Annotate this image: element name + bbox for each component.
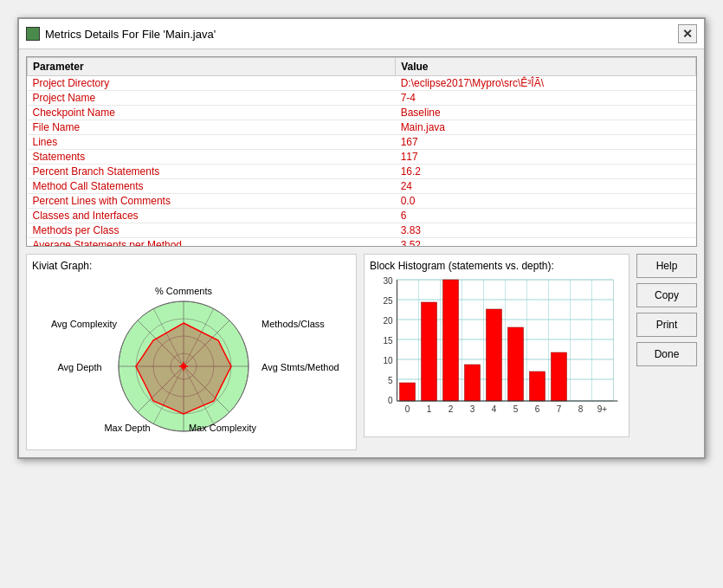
svg-text:Max Complexity: Max Complexity <box>189 423 257 433</box>
window-title: Metrics Details For File 'Main.java' <box>45 28 216 41</box>
table-row: Percent Branch Statements16.2 <box>28 165 696 179</box>
table-cell-param: Method Call Statements <box>28 179 396 194</box>
svg-text:8: 8 <box>578 404 584 414</box>
table-cell-value: D:\eclipse2017\Mypro\src\Ê³ÎÃ\ <box>396 76 696 91</box>
table-cell-value: 16.2 <box>396 165 696 179</box>
col-header-param: Parameter <box>28 58 396 76</box>
table-cell-param: Percent Branch Statements <box>28 165 396 179</box>
svg-text:7: 7 <box>557 404 562 414</box>
table-cell-value: 3.52 <box>396 238 696 248</box>
table-cell-param: File Name <box>28 120 396 135</box>
kiviat-svg: % Comments Methods/Class Avg Stmts/Metho… <box>32 275 351 444</box>
histogram-title: Block Histogram (statements vs. depth): <box>370 260 623 272</box>
svg-text:1: 1 <box>427 404 432 414</box>
svg-rect-50 <box>465 365 481 401</box>
table-cell-param: Project Name <box>28 91 396 106</box>
svg-text:0: 0 <box>388 396 393 405</box>
table-row: Percent Lines with Comments0.0 <box>28 194 696 209</box>
table-row: Statements117 <box>28 150 696 165</box>
svg-text:2: 2 <box>449 404 454 414</box>
table-cell-value: 167 <box>396 135 696 150</box>
metrics-table: Parameter Value Project DirectoryD:\ecli… <box>27 57 696 247</box>
svg-text:Avg Complexity: Avg Complexity <box>51 319 118 329</box>
table-row: Lines167 <box>28 135 696 150</box>
table-cell-param: Methods per Class <box>28 223 396 238</box>
table-row: Methods per Class3.83 <box>28 223 696 238</box>
table-cell-param: Classes and Interfaces <box>28 209 396 223</box>
svg-text:5: 5 <box>513 404 519 414</box>
svg-text:3: 3 <box>470 404 475 414</box>
table-row: Project DirectoryD:\eclipse2017\Mypro\sr… <box>28 76 696 91</box>
histogram-area: 0 5 10 15 20 25 30 <box>370 275 623 431</box>
kiviat-canvas: % Comments Methods/Class Avg Stmts/Metho… <box>32 275 351 444</box>
table-row: Checkpoint NameBaseline <box>28 106 696 120</box>
svg-text:4: 4 <box>492 404 497 414</box>
close-button[interactable]: ✕ <box>678 24 697 43</box>
copy-button[interactable]: Copy <box>636 283 697 307</box>
svg-text:30: 30 <box>383 276 393 286</box>
table-cell-value: 0.0 <box>396 194 696 209</box>
svg-rect-53 <box>530 372 545 401</box>
histogram-svg: 0 5 10 15 20 25 30 <box>370 275 623 427</box>
svg-text:10: 10 <box>383 356 393 365</box>
kiviat-section: Kiviat Graph: <box>26 254 357 450</box>
svg-text:15: 15 <box>383 336 393 346</box>
main-window: Metrics Details For File 'Main.java' ✕ P… <box>17 17 706 459</box>
svg-rect-48 <box>422 302 437 401</box>
table-cell-param: Project Directory <box>28 76 396 91</box>
svg-text:6: 6 <box>535 404 540 414</box>
svg-rect-51 <box>487 309 502 401</box>
svg-text:0: 0 <box>405 404 410 414</box>
buttons-section: Help Copy Print Done <box>636 254 697 366</box>
col-header-value: Value <box>396 58 696 76</box>
svg-text:Methods/Class: Methods/Class <box>261 319 325 329</box>
svg-rect-52 <box>508 327 524 401</box>
table-cell-value: 3.83 <box>396 223 696 238</box>
svg-rect-47 <box>400 383 416 401</box>
table-row: Classes and Interfaces6 <box>28 209 696 223</box>
svg-text:20: 20 <box>383 316 393 326</box>
table-cell-value: Baseline <box>396 106 696 120</box>
metrics-table-container[interactable]: Parameter Value Project DirectoryD:\ecli… <box>26 56 697 247</box>
svg-text:Avg Stmts/Method: Avg Stmts/Method <box>261 362 339 372</box>
svg-text:9+: 9+ <box>597 404 608 414</box>
app-icon <box>26 27 40 41</box>
title-bar-left: Metrics Details For File 'Main.java' <box>26 27 216 41</box>
content-area: Parameter Value Project DirectoryD:\ecli… <box>19 49 704 457</box>
svg-text:Avg Depth: Avg Depth <box>57 362 101 372</box>
svg-text:% Comments: % Comments <box>155 286 213 296</box>
title-bar: Metrics Details For File 'Main.java' ✕ <box>19 19 704 49</box>
svg-text:5: 5 <box>388 376 393 385</box>
table-cell-param: Lines <box>28 135 396 150</box>
svg-rect-54 <box>552 352 567 401</box>
svg-text:25: 25 <box>383 296 393 306</box>
table-row: Average Statements per Method3.52 <box>28 238 696 248</box>
table-row: Project Name7-4 <box>28 91 696 106</box>
table-row: File NameMain.java <box>28 120 696 135</box>
table-cell-param: Checkpoint Name <box>28 106 396 120</box>
table-cell-value: 24 <box>396 179 696 194</box>
table-cell-value: 7-4 <box>396 91 696 106</box>
table-cell-param: Percent Lines with Comments <box>28 194 396 209</box>
bottom-area: Kiviat Graph: <box>26 254 697 450</box>
help-button[interactable]: Help <box>636 254 697 278</box>
table-cell-param: Average Statements per Method <box>28 238 396 248</box>
histogram-section: Block Histogram (statements vs. depth): <box>364 254 629 437</box>
table-cell-value: Main.java <box>396 120 696 135</box>
table-cell-value: 6 <box>396 209 696 223</box>
done-button[interactable]: Done <box>636 342 697 366</box>
table-row: Method Call Statements24 <box>28 179 696 194</box>
svg-text:Max Depth: Max Depth <box>104 423 150 433</box>
print-button[interactable]: Print <box>636 313 697 337</box>
table-cell-param: Statements <box>28 150 396 165</box>
svg-rect-49 <box>443 280 459 401</box>
kiviat-title: Kiviat Graph: <box>32 260 351 272</box>
table-cell-value: 117 <box>396 150 696 165</box>
